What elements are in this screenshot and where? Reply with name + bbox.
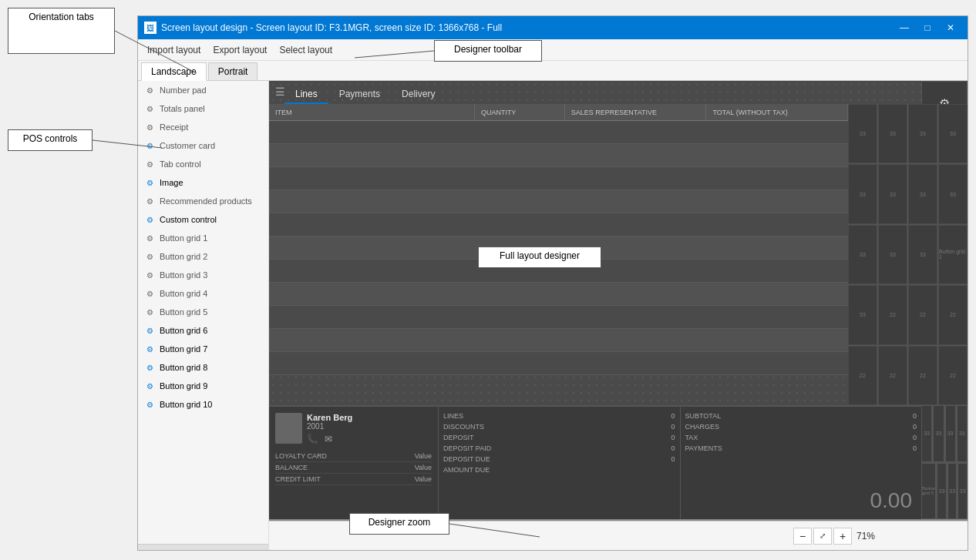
panel-item-recommended-products[interactable]: ⚙Recommended products [138,192,268,210]
gear-icon: ⚙ [144,122,155,132]
panel-item-custom-control[interactable]: ⚙Custom control [138,210,268,229]
brg-cell: 33 [921,405,932,462]
panel-item-label: Tab control [160,159,201,169]
panel-item-receipt[interactable]: ⚙Receipt [138,118,268,136]
panel-item-label: Image [160,178,183,187]
full-layout-designer-annotation: Full layout designer [478,246,601,268]
payments-tab[interactable]: Payments [328,86,391,104]
panel-item-label: Button grid 8 [160,363,207,372]
loyalty-card-field: LOYALTY CARD Value [275,451,432,462]
table-header: ITEM QUANTITY SALES REPRESENTATIVE TOTAL… [269,104,848,121]
panel-item-customer-card[interactable]: ⚙Customer card [138,136,268,155]
select-layout-menu[interactable]: Select layout [273,42,338,59]
num-cell: 33 [848,285,877,344]
num-cell: 22 [938,285,968,344]
gear-icon: ⚙ [144,214,155,225]
gear-icon: ⚙ [144,233,155,243]
zoom-out-button[interactable]: − [793,528,812,545]
delivery-tab[interactable]: Delivery [391,86,446,104]
menu-bar: Import layout Export layout Select layou… [138,39,968,61]
gear-icon: ⚙ [144,177,155,188]
pos-controls-annotation: POS controls [8,129,93,151]
customer-section: Karen Berg 2001 📞 ✉ LOYALTY CARD [269,407,439,519]
gear-icon: ⚙ [144,103,155,114]
window-controls: — □ ✕ [894,20,961,35]
panel-item-label: Button grid 6 [160,326,207,335]
panel-item-label: Totals panel [160,104,205,113]
table-row [269,329,848,352]
col-total-header: TOTAL (WITHOUT TAX) [706,104,848,120]
num-cell: 33 [848,164,877,223]
gear-icon: ⚙ [144,344,155,354]
email-icon[interactable]: ✉ [325,434,332,444]
panel-resize-handle[interactable] [138,544,268,550]
panel-item-button-grid-9[interactable]: ⚙Button grid 9 [138,377,268,395]
designer-toolbar-annotation: Designer toolbar [434,40,542,62]
num-cell: 22 [908,285,937,344]
gear-icon: ⚙ [144,159,155,169]
num-cell: 22 [848,346,877,405]
col-item-header: ITEM [269,104,475,120]
minimize-button[interactable]: — [894,20,915,35]
panel-item-button-grid-8[interactable]: ⚙Button grid 8 [138,358,268,377]
customer-name: Karen Berg [307,413,432,422]
gear-icon: ⚙ [144,270,155,280]
gear-icon: ⚙ [144,381,155,391]
panel-item-label: Recommended products [160,196,252,206]
panel-item-button-grid-3[interactable]: ⚙Button grid 3 [138,266,268,284]
gear-icon: ⚙ [144,325,155,336]
zoom-in-button[interactable]: + [833,528,852,545]
close-button[interactable]: ✕ [940,20,961,35]
panel-item-tab-control[interactable]: ⚙Tab control [138,155,268,173]
num-cell: 33 [848,225,877,284]
brg-cell: 33 [947,463,957,520]
panel-item-label: Button grid 10 [160,400,213,409]
panel-item-label: Button grid 2 [160,252,207,261]
designer-zoom-annotation: Designer zoom [349,513,449,535]
panel-item-button-grid-4[interactable]: ⚙Button grid 4 [138,284,268,303]
credit-limit-field: CREDIT LIMIT Value [275,474,432,485]
panel-item-button-grid-6[interactable]: ⚙Button grid 6 [138,321,268,340]
balance-field: BALANCE Value [275,462,432,474]
zoom-level-display: 71% [857,531,875,542]
portrait-tab[interactable]: Portrait [208,62,258,80]
panel-item-label: Button grid 9 [160,381,207,391]
num-cell: 33 [878,164,907,223]
panel-item-number-pad[interactable]: ⚙Number pad [138,81,268,99]
hamburger-icon[interactable]: ☰ [275,86,285,98]
bottom-right-grid: 33 33 33 33 Button grid 5 33 33 33 [921,405,968,519]
lines-tab[interactable]: Lines [284,86,328,104]
num-cell: 33 [908,164,937,223]
zoom-fit-button[interactable]: ⤢ [813,528,832,545]
title-icon: 🖼 [144,22,156,34]
lines-section: LINES0 DISCOUNTS0 DEPOSIT0 DEPOSIT PAID0 [439,407,681,519]
deposit-row: DEPOSIT0 [443,433,675,442]
panel-item-button-grid-1[interactable]: ⚙Button grid 1 [138,229,268,247]
panel-item-button-grid-10[interactable]: ⚙Button grid 10 [138,395,268,414]
panel-item-button-grid-2[interactable]: ⚙Button grid 2 [138,247,268,266]
num-cell: 22 [878,346,907,405]
maximize-button[interactable]: □ [917,20,938,35]
panel-item-image[interactable]: ⚙Image [138,173,268,192]
panel-item-label: Number pad [160,86,207,95]
gear-icon: ⚙ [144,307,155,317]
title-bar: 🖼 Screen layout design - Screen layout I… [138,16,968,39]
table-row [269,352,848,375]
discounts-row: DISCOUNTS0 [443,422,675,431]
num-cell: 22 [878,285,907,344]
customer-fields: LOYALTY CARD Value BALANCE Value CREDIT … [275,451,432,485]
customer-id: 2001 [307,422,432,431]
panel-item-button-grid-7[interactable]: ⚙Button grid 7 [138,340,268,358]
export-layout-menu[interactable]: Export layout [207,42,273,59]
panel-item-totals-panel[interactable]: ⚙Totals panel [138,99,268,118]
panel-item-button-grid-5[interactable]: ⚙Button grid 5 [138,303,268,321]
orientation-tabs-annotation: Orientation tabs [8,8,115,54]
phone-icon[interactable]: 📞 [307,434,318,444]
gear-icon: ⚙ [144,399,155,410]
import-layout-menu[interactable]: Import layout [141,42,207,59]
customer-avatar [275,413,302,444]
gear-icon: ⚙ [144,251,155,262]
num-cell: 22 [938,346,968,405]
landscape-tab[interactable]: Landscape [141,62,207,81]
panel-item-label: Button grid 1 [160,233,207,243]
